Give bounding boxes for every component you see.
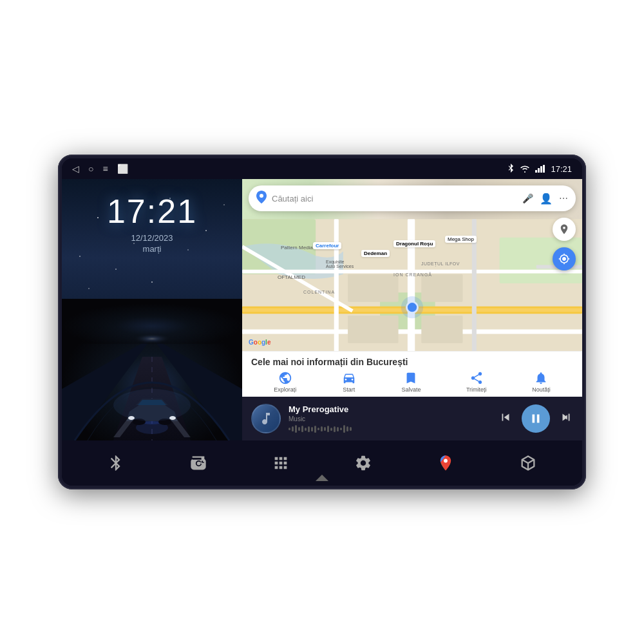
screen: ◁ ○ ≡ ⬜ (62, 158, 582, 486)
device-frame: ◁ ○ ≡ ⬜ (58, 155, 586, 489)
svg-rect-3 (543, 165, 545, 173)
wifi-status-icon (520, 165, 530, 173)
svg-rect-0 (535, 170, 537, 173)
map-svg (242, 211, 582, 351)
map-nav-icons: Explorați Start Salvate Trimiteți (251, 371, 573, 397)
map-poi-dragonul-rosu: Dragonul Roșu (393, 240, 435, 247)
left-panel: 17:21 12/12/2023 marți (62, 179, 242, 440)
svg-rect-33 (348, 316, 398, 343)
bottom-nav (62, 440, 582, 486)
music-subtitle: Music (289, 415, 491, 422)
music-album-art (251, 404, 281, 433)
bottom-nav-ai[interactable] (519, 454, 537, 472)
bottom-nav-maps[interactable] (437, 454, 455, 472)
map-info-bar: Cele mai noi informații din București Ex… (242, 351, 582, 397)
svg-rect-32 (421, 274, 462, 302)
map-area[interactable]: Căutați aici 🎤 👤 ⋯ (242, 179, 582, 351)
status-time: 17:21 (551, 164, 572, 174)
music-title: My Prerogative (289, 404, 491, 414)
map-nav-share[interactable]: Trimiteți (466, 371, 487, 393)
svg-point-36 (401, 296, 423, 318)
status-bar-left: ◁ ○ ≡ ⬜ (72, 164, 128, 174)
map-location-control[interactable] (553, 218, 576, 241)
svg-rect-31 (348, 274, 398, 302)
map-nav-saved[interactable]: Salvate (401, 371, 421, 393)
svg-rect-2 (540, 166, 542, 173)
map-nav-share-label: Trimiteți (466, 386, 487, 393)
status-bar-right: 17:21 (507, 164, 572, 174)
scroll-up-indicator[interactable] (316, 473, 328, 483)
music-prev-button[interactable] (498, 410, 513, 428)
clock-date: 12/12/2023 (131, 233, 173, 243)
map-poi-ion-creanga: ION CREANGĂ (393, 272, 432, 277)
voice-search-icon[interactable]: 🎤 (522, 193, 533, 204)
music-waveform (289, 425, 491, 433)
more-icon[interactable]: ⋯ (559, 193, 568, 204)
nav-back-icon[interactable]: ◁ (72, 164, 79, 174)
map-nav-start-label: Start (343, 386, 355, 393)
tunnel-scene (62, 299, 242, 440)
svg-point-16 (113, 389, 191, 421)
svg-rect-17 (62, 299, 242, 344)
map-nav-news[interactable]: Noutăți (532, 371, 551, 393)
map-poi-mega-shop: Mega Shop (445, 236, 477, 243)
map-nav-explore[interactable]: Explorați (274, 371, 296, 393)
nav-home-icon[interactable]: ○ (88, 164, 93, 174)
bottom-nav-apps[interactable] (272, 454, 290, 472)
search-action-icons: 🎤 👤 ⋯ (522, 193, 568, 205)
map-gps-control[interactable] (553, 247, 576, 270)
profile-icon[interactable]: 👤 (540, 193, 553, 205)
bluetooth-status-icon (507, 164, 515, 174)
map-poi-colentina: COLENTINA (303, 290, 335, 294)
bottom-nav-settings[interactable] (354, 454, 372, 472)
clock-day: marți (143, 244, 162, 254)
main-content: 17:21 12/12/2023 marți (62, 179, 582, 440)
map-search-bar[interactable]: Căutați aici 🎤 👤 ⋯ (249, 185, 576, 211)
svg-point-37 (260, 194, 263, 198)
map-poi-pattern-media: Pattern Media (281, 245, 313, 251)
map-nav-start[interactable]: Start (342, 371, 356, 393)
map-poi-dedeman: Dedeman (361, 250, 390, 257)
svg-rect-1 (538, 168, 540, 173)
map-poi-exquisite: ExquisiteAuto Services (326, 260, 354, 269)
maps-logo-icon (256, 191, 267, 206)
svg-rect-25 (242, 329, 582, 334)
map-nav-news-label: Noutăți (532, 386, 551, 393)
bottom-nav-bluetooth[interactable] (107, 454, 125, 472)
map-info-title: Cele mai noi informații din București (251, 357, 573, 367)
svg-point-38 (197, 462, 201, 466)
svg-rect-27 (334, 219, 339, 351)
bottom-nav-radio[interactable] (189, 454, 207, 472)
music-info: My Prerogative Music (289, 404, 491, 433)
music-controls (498, 404, 573, 433)
map-nav-saved-label: Salvate (401, 386, 421, 393)
svg-rect-34 (421, 316, 462, 343)
google-maps-logo: Google (249, 339, 270, 346)
map-poi-judetul-ilfov: JUDEȚUL ILFOV (421, 261, 460, 266)
map-poi-oftalmed: OFTALMED (278, 274, 305, 280)
music-next-button[interactable] (559, 410, 573, 428)
clock-time: 17:21 (107, 192, 197, 231)
signal-status-icon (535, 165, 545, 173)
music-player: My Prerogative Music (242, 397, 582, 440)
nav-menu-icon[interactable]: ≡ (102, 164, 108, 174)
svg-point-39 (444, 459, 448, 463)
status-bar: ◁ ○ ≡ ⬜ (62, 158, 582, 179)
music-play-pause-button[interactable] (522, 404, 550, 433)
map-poi-carrefour: Carrefour (313, 242, 341, 249)
map-nav-explore-label: Explorați (274, 386, 296, 393)
right-panel: Căutați aici 🎤 👤 ⋯ (242, 179, 582, 440)
nav-screenshot-icon[interactable]: ⬜ (117, 164, 128, 174)
search-placeholder[interactable]: Căutați aici (272, 194, 517, 204)
